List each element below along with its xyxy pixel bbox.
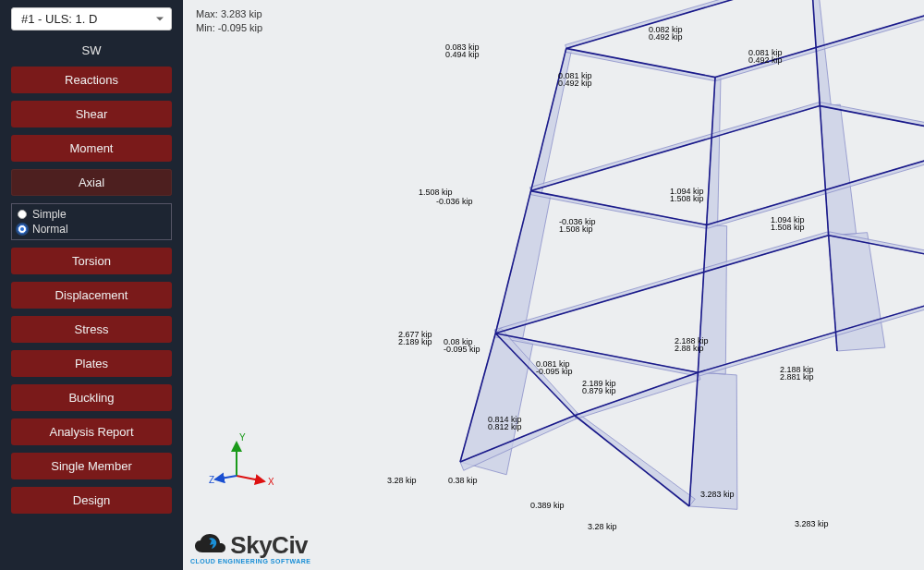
value-label: 1.508 kip — [670, 194, 704, 203]
axis-z-label: Z — [209, 475, 214, 485]
moment-button[interactable]: Moment — [11, 135, 172, 162]
value-label: 0.492 kip — [748, 55, 783, 65]
torsion-button[interactable]: Torsion — [11, 248, 172, 274]
svg-line-45 — [707, 139, 924, 224]
value-label: 0.879 kip — [582, 386, 616, 395]
axial-mode-normal[interactable]: Normal — [18, 223, 165, 236]
svg-line-41 — [698, 274, 924, 372]
sidebar: #1 - ULS: 1. D SW Reactions Shear Moment… — [0, 0, 183, 570]
viewport-3d[interactable]: Max: 3.283 kip Min: -0.095 kip 0.083 kip… — [183, 0, 924, 570]
svg-line-43 — [495, 236, 828, 334]
value-label: 0.494 kip — [445, 50, 480, 59]
value-label: -0.036 kip — [436, 197, 473, 206]
svg-marker-2 — [531, 48, 572, 193]
value-label: 3.28 kip — [387, 476, 417, 485]
brand-tagline: CLOUD ENGINEERING SOFTWARE — [190, 558, 310, 564]
reactions-button[interactable]: Reactions — [11, 67, 172, 93]
svg-line-51 — [566, 0, 811, 48]
brand-name: SkyCiv — [230, 531, 308, 560]
load-case-dropdown[interactable]: #1 - ULS: 1. D — [11, 7, 172, 30]
brand-logo: SkyCiv CLOUD ENGINEERING SOFTWARE — [190, 531, 310, 564]
svg-marker-15 — [494, 232, 829, 334]
displacement-button[interactable]: Displacement — [11, 282, 172, 309]
value-label: 1.508 kip — [419, 188, 453, 197]
analysis-report-button[interactable]: Analysis Report — [11, 418, 172, 445]
plates-button[interactable]: Plates — [11, 350, 172, 377]
value-label: 0.38 kip — [448, 476, 478, 485]
svg-marker-23 — [565, 0, 811, 48]
value-label: 3.283 kip — [795, 519, 829, 528]
design-button[interactable]: Design — [11, 487, 172, 514]
cloud-icon — [193, 532, 226, 560]
value-label: 1.508 kip — [771, 223, 805, 232]
axial-mode-simple-label: Simple — [32, 208, 67, 221]
svg-marker-13 — [698, 274, 924, 376]
svg-marker-10 — [820, 104, 856, 236]
axial-mode-normal-label: Normal — [32, 223, 68, 236]
axial-mode-simple[interactable]: Simple — [18, 208, 165, 221]
svg-line-30 — [531, 48, 566, 190]
value-label: 2.88 kip — [675, 344, 704, 353]
svg-line-53 — [575, 416, 689, 506]
buckling-button[interactable]: Buckling — [11, 384, 172, 411]
svg-line-50 — [811, 0, 924, 6]
svg-marker-25 — [575, 413, 695, 506]
value-label: 2.189 kip — [398, 337, 432, 346]
value-label: -0.095 kip — [444, 345, 480, 354]
value-label: -0.095 kip — [536, 367, 573, 376]
load-case-secondary: SW — [11, 43, 172, 57]
radio-icon — [18, 224, 27, 234]
svg-marker-19 — [529, 103, 820, 191]
value-label: 3.283 kip — [700, 490, 735, 499]
model-canvas: 0.083 kip0.494 kip0.082 kip0.492 kip0.08… — [183, 0, 924, 570]
shear-button[interactable]: Shear — [11, 101, 172, 127]
axial-button[interactable]: Axial — [11, 169, 172, 196]
single-member-button[interactable]: Single Member — [11, 453, 172, 479]
value-label: 1.508 kip — [559, 224, 593, 234]
svg-marker-22 — [811, 0, 924, 6]
value-label: 0.812 kip — [488, 422, 522, 431]
axis-x-label: X — [268, 477, 274, 487]
axis-z — [215, 476, 237, 479]
radio-icon — [18, 210, 27, 219]
value-label: 0.389 kip — [530, 501, 565, 510]
value-label: 3.28 kip — [588, 522, 617, 531]
svg-line-47 — [531, 106, 821, 191]
axis-y-label: Y — [239, 432, 246, 443]
value-label: 2.881 kip — [780, 372, 814, 382]
value-label: 0.492 kip — [558, 79, 592, 88]
stress-button[interactable]: Stress — [11, 316, 172, 343]
axis-x — [237, 476, 264, 481]
axial-mode-group: Simple Normal — [11, 203, 172, 240]
value-label: 0.492 kip — [649, 32, 683, 42]
axes-triad: X Y Z — [209, 431, 274, 496]
